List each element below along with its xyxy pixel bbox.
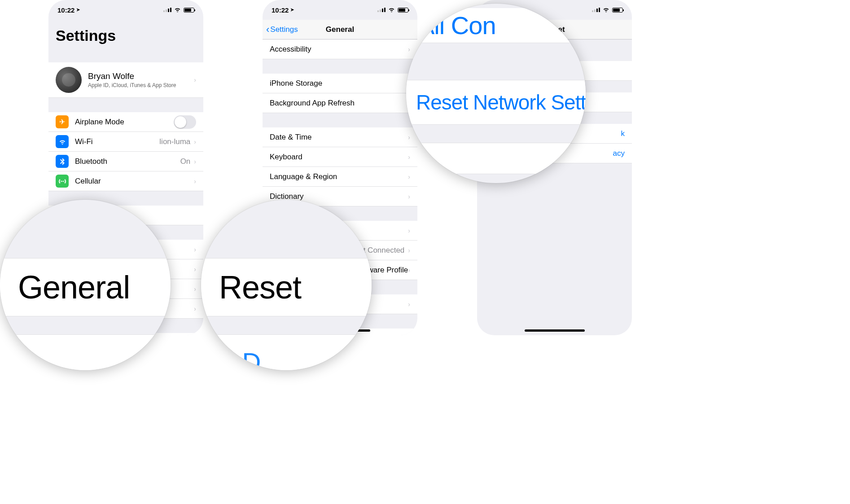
status-time: 10:22 (272, 6, 289, 14)
location-icon: ➤ (76, 7, 80, 12)
row-label: Language & Region (270, 172, 408, 181)
bluetooth-label: Bluetooth (75, 157, 180, 166)
battery-icon (398, 8, 408, 13)
date-time-row[interactable]: Date & Time › (263, 127, 417, 147)
cellular-icon (56, 175, 69, 188)
chevron-right-icon: › (408, 46, 410, 53)
chevron-right-icon: › (194, 285, 196, 293)
zoom-top-label: All Con (418, 11, 496, 40)
magnifier-general: General (0, 200, 171, 370)
battery-icon (184, 8, 194, 13)
status-bar: 10:22 ➤ (263, 0, 417, 20)
bluetooth-icon (56, 155, 69, 168)
apple-id-row[interactable]: Bryan Wolfe Apple ID, iCloud, iTunes & A… (48, 62, 203, 98)
cellular-signal-icon (592, 8, 600, 12)
status-time: 10:22 (57, 6, 74, 14)
wifi-icon (388, 7, 395, 13)
zoom-label: Reset (219, 269, 301, 306)
chevron-right-icon: › (194, 138, 196, 145)
magnifier-reset-network: All Con Reset Network Setti (406, 4, 586, 183)
chevron-right-icon: › (194, 158, 196, 165)
background-refresh-row[interactable]: Background App Refresh › (263, 93, 417, 113)
row-label: iPhone Storage (270, 79, 408, 88)
wifi-icon (174, 7, 181, 13)
magnifier-reset: Reset ut D (201, 200, 372, 370)
battery-icon (612, 8, 623, 13)
row-label: Keyboard (270, 153, 408, 162)
chevron-right-icon: › (194, 266, 196, 273)
wifi-label: Wi-Fi (75, 137, 159, 146)
chevron-right-icon: › (408, 134, 410, 141)
chevron-right-icon: › (408, 301, 410, 308)
cellular-signal-icon (377, 8, 386, 12)
wifi-row-icon (56, 135, 69, 148)
nav-title: General (326, 25, 354, 34)
chevron-right-icon: › (194, 76, 196, 83)
airplane-icon: ✈ (56, 115, 69, 128)
airplane-mode-row[interactable]: ✈ Airplane Mode (48, 112, 203, 132)
zoom-hint: ut D (215, 347, 260, 371)
status-bar: 10:22 ➤ (48, 0, 203, 20)
location-icon: ➤ (290, 7, 294, 12)
cellular-label: Cellular (75, 177, 194, 186)
chevron-left-icon: ‹ (266, 24, 269, 35)
page-title: Settings (56, 27, 196, 44)
airplane-label: Airplane Mode (75, 118, 174, 127)
wifi-icon (603, 7, 609, 13)
wifi-value: lion-luma (159, 137, 190, 146)
bluetooth-row[interactable]: Bluetooth On › (48, 152, 203, 171)
chevron-right-icon: › (408, 335, 410, 336)
back-button[interactable]: ‹ Settings (266, 20, 298, 39)
chevron-right-icon: › (194, 305, 196, 312)
iphone-storage-row[interactable]: iPhone Storage › (263, 74, 417, 93)
row-label: Accessibility (270, 45, 408, 54)
zoom-label: General (18, 269, 130, 306)
chevron-right-icon: › (408, 173, 410, 180)
profile-subtitle: Apple ID, iCloud, iTunes & App Store (88, 82, 194, 88)
chevron-right-icon: › (194, 178, 196, 185)
home-indicator[interactable] (525, 329, 585, 332)
cellular-signal-icon (163, 8, 171, 12)
chevron-right-icon: › (408, 267, 410, 274)
wifi-row[interactable]: Wi-Fi lion-luma › (48, 132, 203, 152)
chevron-right-icon: › (408, 153, 410, 161)
row-peek: acy (613, 149, 625, 158)
back-label: Settings (270, 25, 298, 34)
chevron-right-icon: › (408, 193, 410, 200)
bluetooth-value: On (180, 157, 191, 166)
row-peek: k (621, 129, 625, 138)
avatar (56, 67, 82, 93)
airplane-switch[interactable] (174, 115, 196, 129)
nav-bar: ‹ Settings General (263, 20, 417, 39)
cellular-row[interactable]: Cellular › (48, 171, 203, 191)
row-label: Date & Time (270, 133, 408, 142)
row-label: Background App Refresh (270, 99, 408, 108)
chevron-right-icon: › (408, 247, 410, 254)
large-title-area: Settings (48, 20, 203, 48)
zoom-main-label: Reset Network Setti (416, 90, 586, 114)
language-region-row[interactable]: Language & Region › (263, 167, 417, 187)
keyboard-row[interactable]: Keyboard › (263, 147, 417, 167)
accessibility-row[interactable]: Accessibility › (263, 39, 417, 59)
profile-name: Bryan Wolfe (88, 71, 194, 81)
chevron-right-icon: › (194, 246, 196, 253)
chevron-right-icon: › (408, 227, 410, 234)
